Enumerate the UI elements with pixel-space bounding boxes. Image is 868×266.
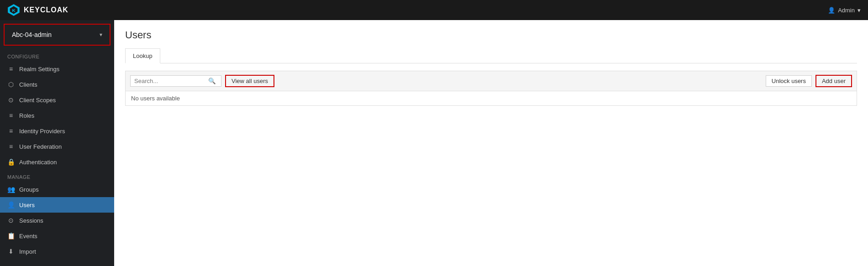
authentication-icon: 🔒 bbox=[7, 158, 15, 166]
tab-lookup[interactable]: Lookup bbox=[125, 48, 160, 63]
sessions-icon: ⊙ bbox=[7, 217, 15, 224]
sidebar-item-client-scopes[interactable]: ⊙ Client Scopes bbox=[0, 92, 114, 108]
realm-name: Abc-04-admin bbox=[12, 31, 52, 38]
tabs: Lookup bbox=[125, 48, 857, 63]
page-title: Users bbox=[125, 29, 857, 41]
sidebar-item-label: Authentication bbox=[19, 159, 57, 166]
sidebar-item-label: Groups bbox=[19, 186, 39, 193]
navbar-brand: K KEYCLOAK bbox=[7, 4, 68, 16]
identity-providers-icon: ≡ bbox=[7, 127, 15, 135]
configure-section-label: Configure bbox=[0, 49, 114, 61]
user-label: Admin bbox=[838, 7, 855, 14]
sidebar-item-sessions[interactable]: ⊙ Sessions bbox=[0, 213, 114, 228]
sidebar-item-label: Users bbox=[19, 202, 35, 209]
user-menu[interactable]: 👤 Admin ▾ bbox=[828, 7, 861, 14]
content-area: Users Lookup 🔍 View all users Unlock use… bbox=[114, 20, 868, 266]
import-icon: ⬇ bbox=[7, 248, 15, 255]
users-icon: 👤 bbox=[7, 201, 15, 209]
brand-name: KEYCLOAK bbox=[24, 6, 68, 14]
manage-section-label: Manage bbox=[0, 170, 114, 182]
client-scopes-icon: ⊙ bbox=[7, 96, 15, 104]
sidebar-item-label: Events bbox=[19, 233, 37, 240]
realm-settings-icon: ≡ bbox=[7, 65, 15, 73]
main-layout: Abc-04-admin ▾ Configure ≡ Realm Setting… bbox=[0, 20, 868, 266]
search-left: 🔍 View all users bbox=[130, 75, 274, 87]
sidebar-item-label: Client Scopes bbox=[19, 97, 56, 104]
events-icon: 📋 bbox=[7, 232, 15, 240]
view-all-users-button[interactable]: View all users bbox=[225, 75, 274, 87]
no-users-message: No users available bbox=[125, 91, 857, 106]
sidebar-item-users[interactable]: 👤 Users bbox=[0, 197, 114, 213]
add-user-button[interactable]: Add user bbox=[815, 75, 852, 87]
user-chevron: ▾ bbox=[857, 7, 861, 14]
sidebar-item-label: Sessions bbox=[19, 217, 43, 224]
navbar: K KEYCLOAK 👤 Admin ▾ bbox=[0, 0, 868, 20]
clients-icon: ⬡ bbox=[7, 81, 15, 88]
user-icon: 👤 bbox=[828, 7, 835, 14]
search-button[interactable]: 🔍 bbox=[207, 78, 217, 84]
search-input[interactable] bbox=[134, 78, 207, 84]
sidebar-item-label: Identity Providers bbox=[19, 128, 65, 135]
user-federation-icon: ≡ bbox=[7, 143, 15, 150]
realm-selector[interactable]: Abc-04-admin ▾ bbox=[4, 24, 110, 46]
sidebar-item-realm-settings[interactable]: ≡ Realm Settings bbox=[0, 61, 114, 77]
sidebar-item-label: Clients bbox=[19, 81, 37, 88]
sidebar-item-roles[interactable]: ≡ Roles bbox=[0, 108, 114, 123]
sidebar-item-groups[interactable]: 👥 Groups bbox=[0, 182, 114, 197]
sidebar-item-clients[interactable]: ⬡ Clients bbox=[0, 77, 114, 92]
sidebar-item-authentication[interactable]: 🔒 Authentication bbox=[0, 154, 114, 170]
sidebar: Abc-04-admin ▾ Configure ≡ Realm Setting… bbox=[0, 20, 114, 266]
svg-text:K: K bbox=[12, 8, 15, 13]
search-row: 🔍 View all users Unlock users Add user bbox=[125, 71, 857, 91]
keycloak-logo: K bbox=[7, 4, 20, 16]
sidebar-item-label: Realm Settings bbox=[19, 66, 59, 73]
sidebar-item-events[interactable]: 📋 Events bbox=[0, 228, 114, 244]
sidebar-item-label: Roles bbox=[19, 112, 34, 119]
groups-icon: 👥 bbox=[7, 186, 15, 193]
sidebar-item-identity-providers[interactable]: ≡ Identity Providers bbox=[0, 123, 114, 139]
sidebar-item-user-federation[interactable]: ≡ User Federation bbox=[0, 139, 114, 154]
sidebar-item-import[interactable]: ⬇ Import bbox=[0, 244, 114, 259]
sidebar-item-label: User Federation bbox=[19, 143, 62, 150]
roles-icon: ≡ bbox=[7, 112, 15, 119]
sidebar-item-label: Import bbox=[19, 248, 36, 255]
search-input-wrap: 🔍 bbox=[130, 75, 221, 87]
unlock-users-button[interactable]: Unlock users bbox=[766, 75, 812, 87]
realm-chevron: ▾ bbox=[100, 31, 102, 38]
search-right: Unlock users Add user bbox=[766, 75, 852, 87]
